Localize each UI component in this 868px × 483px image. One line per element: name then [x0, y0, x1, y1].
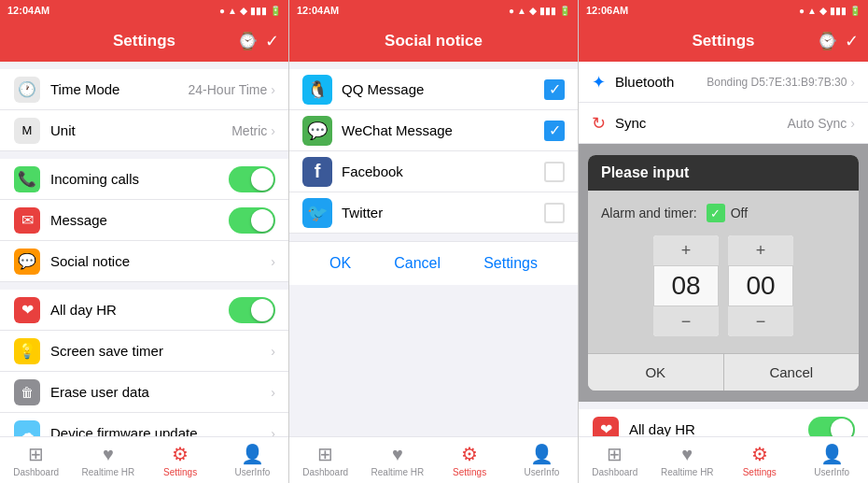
social-notice-label: Social notice — [50, 253, 271, 269]
social-row-twitter[interactable]: 🐦 Twitter — [289, 192, 578, 234]
social-settings-button[interactable]: Settings — [483, 255, 538, 272]
dialog-container: Please input Alarm and timer: ✓ Off + 0 — [588, 155, 859, 391]
realtime-hr-icon-1: ♥ — [103, 444, 114, 465]
all-day-hr-row-3[interactable]: ❤ All day HR — [579, 409, 868, 436]
facebook-icon: f — [302, 157, 332, 187]
nav-settings-2[interactable]: ⚙ Settings — [434, 443, 506, 477]
phone-icon: 📞 — [14, 166, 40, 192]
sync-row[interactable]: ↻ Sync Auto Sync › — [579, 103, 868, 144]
status-icons-2: ● ▲ ◆ ▮▮▮ 🔋 — [509, 6, 570, 16]
nav-userinfo-1[interactable]: 👤 UserInfo — [217, 443, 288, 477]
facebook-checkbox[interactable] — [544, 162, 565, 182]
dashboard-icon: ⊞ — [28, 443, 44, 465]
status-bar-2: 12:04AM ● ▲ ◆ ▮▮▮ 🔋 — [289, 0, 578, 21]
header-actions-3: ⌚ ✓ — [817, 31, 859, 51]
status-bar-3: 12:06AM ● ▲ ◆ ▮▮▮ 🔋 — [579, 0, 868, 21]
social-row-facebook[interactable]: f Facebook — [289, 151, 578, 192]
panel-social-notice: 12:04AM ● ▲ ◆ ▮▮▮ 🔋 Social notice 🐧 QQ M… — [289, 0, 579, 483]
settings-nav-icon-1: ⚙ — [172, 443, 189, 465]
header-title-1: Settings — [113, 32, 175, 50]
realtime-hr-icon-2: ♥ — [392, 444, 403, 465]
nav-dashboard-label-2: Dashboard — [302, 467, 348, 477]
unit-icon: M — [14, 118, 40, 144]
social-ok-button[interactable]: OK — [329, 255, 351, 272]
dialog-footer: OK Cancel — [588, 353, 859, 391]
header-title-3: Settings — [692, 32, 754, 50]
all-day-hr-toggle[interactable] — [229, 297, 275, 323]
screen-save-icon-wrap: 💡 — [13, 337, 41, 365]
settings-row-all-day-hr[interactable]: ❤ All day HR — [0, 290, 288, 331]
nav-dashboard-1[interactable]: ⊞ Dashboard — [0, 443, 72, 477]
dialog-cancel-button[interactable]: Cancel — [724, 353, 860, 391]
nav-realtime-hr-3[interactable]: ♥ Realtime HR — [651, 444, 724, 477]
bluetooth-row[interactable]: ✦ Bluetooth Bonding D5:7E:31:B9:7B:30 › — [579, 62, 868, 103]
check-icon-3[interactable]: ✓ — [845, 31, 859, 51]
wechat-checkbox[interactable]: ✓ — [544, 121, 565, 141]
bluetooth-icon: ✦ — [592, 72, 606, 92]
settings-row-erase-user-data[interactable]: 🗑 Erase user data › — [0, 372, 288, 413]
message-toggle[interactable] — [229, 207, 275, 234]
panel-settings: 12:04AM ● ▲ ◆ ▮▮▮ 🔋 Settings ⌚ ✓ 🕐 Time … — [0, 0, 289, 483]
settings-row-message[interactable]: ✉ Message — [0, 200, 288, 241]
settings-row-incoming-calls[interactable]: 📞 Incoming calls — [0, 159, 288, 200]
time-mode-value: 24-Hour Time — [189, 82, 268, 97]
unit-icon-wrap: M — [13, 117, 41, 145]
dialog-ok-button[interactable]: OK — [588, 353, 724, 391]
bottom-nav-1: ⊞ Dashboard ♥ Realtime HR ⚙ Settings 👤 U… — [0, 436, 288, 483]
section-gap-3 — [0, 282, 288, 290]
minutes-increment-button[interactable]: + — [728, 235, 793, 265]
alarm-checkbox[interactable]: ✓ — [707, 204, 725, 222]
settings-row-device-firmware[interactable]: ☁ Device firmware update › — [0, 413, 288, 436]
trash-icon: 🗑 — [14, 379, 40, 405]
incoming-calls-label: Incoming calls — [50, 171, 229, 187]
settings-row-screen-save-timer[interactable]: 💡 Screen save timer › — [0, 331, 288, 372]
nav-userinfo-2[interactable]: 👤 UserInfo — [506, 443, 578, 477]
incoming-calls-toggle[interactable] — [229, 166, 275, 192]
settings-row-unit[interactable]: M Unit Metric › — [0, 110, 288, 151]
minutes-decrement-button[interactable]: − — [728, 306, 793, 336]
sync-chevron-icon: › — [850, 116, 855, 131]
bottom-nav-2: ⊞ Dashboard ♥ Realtime HR ⚙ Settings 👤 U… — [289, 436, 578, 483]
message-icon-wrap: ✉ — [13, 206, 41, 234]
nav-settings-3[interactable]: ⚙ Settings — [723, 443, 796, 477]
nav-dashboard-3[interactable]: ⊞ Dashboard — [579, 443, 651, 477]
all-day-hr-icon-wrap: ❤ — [13, 296, 41, 324]
social-row-wechat[interactable]: 💬 WeChat Message ✓ — [289, 110, 578, 151]
nav-userinfo-3[interactable]: 👤 UserInfo — [796, 443, 869, 477]
minutes-picker: + 00 − — [728, 235, 793, 336]
hours-decrement-button[interactable]: − — [653, 306, 719, 336]
sync-label: Sync — [615, 115, 788, 131]
qq-checkbox[interactable]: ✓ — [544, 79, 565, 100]
nav-settings-1[interactable]: ⚙ Settings — [145, 443, 217, 477]
social-row-qq[interactable]: 🐧 QQ Message ✓ — [289, 69, 578, 110]
twitter-checkbox[interactable] — [544, 203, 565, 223]
erase-icon-wrap: 🗑 — [13, 378, 41, 406]
time-pickers: + 08 − + 00 − — [601, 235, 846, 336]
settings-row-time-mode[interactable]: 🕐 Time Mode 24-Hour Time › — [0, 69, 288, 110]
social-notice-chevron-icon: › — [271, 254, 275, 269]
nav-dashboard-2[interactable]: ⊞ Dashboard — [289, 443, 361, 477]
section-gap-2 — [0, 151, 288, 159]
incoming-calls-toggle-thumb — [251, 168, 273, 191]
bluetooth-chevron-icon: › — [850, 75, 855, 90]
all-day-hr-icon-wrap-3: ❤ — [592, 416, 620, 437]
watch-icon-3: ⌚ — [817, 31, 837, 51]
nav-realtime-hr-2[interactable]: ♥ Realtime HR — [361, 444, 433, 477]
screen-save-label: Screen save timer — [50, 343, 271, 359]
check-icon[interactable]: ✓ — [265, 31, 279, 51]
social-cancel-button[interactable]: Cancel — [394, 255, 441, 272]
nav-userinfo-label-2: UserInfo — [524, 467, 559, 477]
hours-increment-button[interactable]: + — [653, 235, 719, 265]
nav-realtime-hr-1[interactable]: ♥ Realtime HR — [72, 444, 144, 477]
nav-settings-label-1: Settings — [163, 467, 197, 477]
time-mode-label: Time Mode — [50, 81, 189, 97]
unit-chevron-icon: › — [271, 123, 275, 138]
wechat-icon: 💬 — [302, 116, 332, 146]
dashboard-icon-3: ⊞ — [607, 443, 623, 465]
settings-row-social-notice[interactable]: 💬 Social notice › — [0, 241, 288, 282]
settings-nav-icon-2: ⚙ — [461, 443, 478, 465]
all-day-hr-toggle-3[interactable] — [808, 417, 855, 437]
all-day-hr-label: All day HR — [50, 302, 229, 318]
all-day-hr-label-3: All day HR — [629, 421, 808, 436]
status-bar-1: 12:04AM ● ▲ ◆ ▮▮▮ 🔋 — [0, 0, 288, 21]
